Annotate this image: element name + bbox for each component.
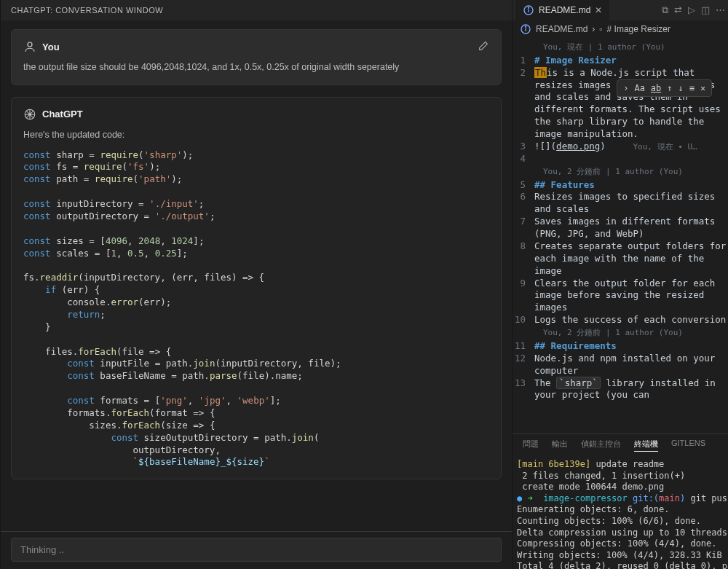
editor-line: # Image Resizer	[534, 55, 728, 67]
editor-body[interactable]: › Aa ab ↑ ↓ ≡ ✕ You, 現在 | 1 author (You)…	[513, 38, 728, 433]
line-number: 11	[513, 340, 534, 353]
line-number: 13	[513, 377, 534, 402]
assistant-author-name: ChatGPT	[42, 109, 83, 119]
user-message: You the output file size should be 4096,…	[11, 29, 502, 85]
terminal-output[interactable]: [main 6be139e] update readme 2 files cha…	[513, 456, 728, 569]
editor-line: ## Requirements	[534, 340, 728, 353]
breadcrumb-section: # Image Resizer	[607, 24, 670, 34]
user-author-name: You	[42, 42, 60, 52]
line-number: 7	[513, 216, 534, 240]
find-whole-word[interactable]: ab	[651, 83, 661, 93]
line-number: 10	[513, 314, 534, 326]
git-blame-annotation: You, 2 分鐘前 | 1 author (You)	[513, 167, 728, 178]
breadcrumb[interactable]: README.md › ▫ # Image Resizer	[513, 20, 728, 38]
line-number: 8	[513, 240, 534, 278]
editor-line: Logs the success of each conversion	[534, 314, 728, 326]
split-icon[interactable]: ◫	[701, 4, 710, 16]
chatgpt-panel: CHATGPT: CONVERSATION WINDOW You the out…	[1, 0, 512, 569]
chat-scroll-area[interactable]: You the output file size should be 4096,…	[1, 20, 512, 531]
run-icon[interactable]: ▷	[688, 4, 695, 16]
tab-label: README.md	[539, 5, 590, 15]
tab-debug-console[interactable]: 偵錯主控台	[581, 439, 621, 452]
svg-point-0	[28, 42, 32, 47]
chat-input[interactable]: Thinking ..	[11, 538, 502, 562]
tab-terminal[interactable]: 終端機	[634, 439, 658, 452]
close-icon[interactable]: ✕	[595, 5, 602, 15]
list-icon[interactable]: ≡	[689, 83, 695, 93]
editor-panel: README.md ✕ ⧉ ⇄ ▷ ◫ ⋯ README.md › ▫ # Im…	[512, 0, 728, 569]
editor-line: ![](demo.png) You, 現在 • U…	[534, 141, 728, 153]
svg-point-4	[528, 7, 529, 8]
editor-line	[534, 153, 728, 165]
editor-line: Creates separate output folders for each…	[534, 240, 728, 278]
chatgpt-icon	[23, 108, 36, 121]
chevron-right-icon[interactable]: ›	[623, 83, 628, 93]
editor-line: This is a Node.js script that resizes im…	[534, 67, 728, 141]
assistant-intro-text: Here's the updated code:	[23, 128, 489, 142]
user-message-text: the output file size should be 4096,2048…	[23, 60, 489, 74]
assistant-code-block: const sharp = require('sharp'); const fs…	[23, 149, 489, 469]
svg-point-7	[525, 26, 526, 27]
line-number: 3	[513, 141, 534, 153]
editor-line: Resizes images to specified sizes and sc…	[534, 191, 728, 216]
tab-problems[interactable]: 問題	[523, 439, 539, 452]
line-number: 12	[513, 353, 534, 377]
arrow-down-icon[interactable]: ↓	[678, 83, 684, 93]
preview-icon[interactable]: ⧉	[662, 4, 668, 16]
assistant-message: ChatGPT Here's the updated code: const s…	[11, 97, 502, 480]
user-icon	[23, 40, 36, 53]
symbol-icon: ▫	[599, 24, 602, 34]
line-number: 5	[513, 179, 534, 192]
info-icon	[520, 23, 531, 35]
git-blame-inline: You, 現在 • U…	[633, 142, 697, 152]
editor-line: ## Features	[534, 179, 728, 192]
tab-toolbar: ⧉ ⇄ ▷ ◫ ⋯	[662, 4, 728, 16]
editor-line: Saves images in different formats (PNG, …	[534, 216, 728, 240]
chevron-right-icon: ›	[592, 24, 595, 34]
breadcrumb-file: README.md	[536, 24, 587, 34]
close-icon[interactable]: ✕	[700, 83, 705, 93]
line-number: 2	[513, 67, 534, 141]
compare-icon[interactable]: ⇄	[674, 4, 682, 16]
editor-line: The `sharp` library installed in your pr…	[534, 377, 728, 402]
arrow-up-icon[interactable]: ↑	[667, 83, 672, 93]
tab-output[interactable]: 輸出	[552, 439, 568, 452]
find-bar[interactable]: › Aa ab ↑ ↓ ≡ ✕	[617, 79, 712, 97]
line-number: 1	[513, 55, 534, 67]
git-blame-annotation: You, 2 分鐘前 | 1 author (You)	[513, 328, 728, 339]
edit-icon[interactable]	[478, 40, 489, 54]
info-icon	[523, 4, 534, 16]
editor-line: Node.js and npm installed on your comput…	[534, 353, 728, 377]
tab-gitlens[interactable]: GITLENS	[671, 439, 705, 452]
line-number: 9	[513, 278, 534, 315]
editor-tab-bar: README.md ✕ ⧉ ⇄ ▷ ◫ ⋯	[513, 0, 728, 20]
more-icon[interactable]: ⋯	[716, 4, 725, 16]
git-blame-annotation: You, 現在 | 1 author (You)	[513, 42, 728, 53]
chat-panel-title: CHATGPT: CONVERSATION WINDOW	[1, 0, 512, 20]
find-case-sensitive[interactable]: Aa	[634, 83, 644, 93]
line-number: 6	[513, 191, 534, 216]
line-number: 4	[513, 153, 534, 165]
tab-readme[interactable]: README.md ✕	[515, 0, 609, 20]
editor-line: Clears the output folder for each image …	[534, 278, 728, 315]
panel-tab-bar: 問題 輸出 偵錯主控台 終端機 GITLENS	[513, 433, 728, 456]
